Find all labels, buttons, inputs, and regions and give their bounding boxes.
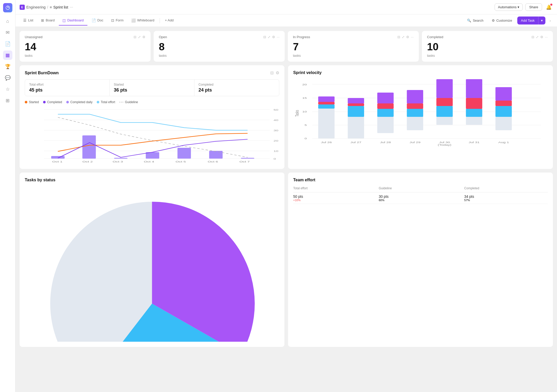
- tab-form[interactable]: ⊡ Form: [108, 16, 127, 26]
- svg-rect-51: [407, 109, 423, 117]
- svg-rect-38: [318, 109, 334, 138]
- completed-title: Completed: [427, 35, 443, 39]
- app-logo[interactable]: [3, 3, 12, 12]
- velocity-chart: Tasks 20 15 10 5 0: [293, 79, 548, 151]
- burndown-stat-started: Started 36 pts: [110, 80, 194, 96]
- svg-text:15: 15: [302, 97, 307, 99]
- list-tab-label: List: [28, 18, 33, 22]
- svg-text:Tasks: Tasks: [294, 110, 300, 117]
- filter-icon[interactable]: ⊟: [134, 35, 136, 39]
- filter-icon[interactable]: ⊟: [531, 35, 534, 39]
- sidebar-icon-inbox[interactable]: ✉: [3, 28, 12, 37]
- unassigned-label: tasks: [25, 54, 145, 58]
- sidebar-icon-grid[interactable]: ⊞: [3, 96, 12, 105]
- svg-text:Oct 7: Oct 7: [239, 160, 250, 163]
- burndown-filter-icon[interactable]: ⊟: [270, 70, 274, 75]
- gear-icon[interactable]: ⚙: [540, 35, 543, 39]
- search-button[interactable]: 🔍 Search: [464, 17, 486, 24]
- svg-rect-48: [377, 103, 394, 109]
- sidebar-icon-trophy[interactable]: 🏆: [3, 62, 12, 71]
- tab-dashboard[interactable]: ◫ Dashboard: [59, 16, 87, 26]
- navtabs-right: 🔍 Search ⚙ Customize Add Task ▾ ›: [464, 17, 553, 25]
- svg-text:Jul 28: Jul 28: [380, 141, 391, 144]
- svg-rect-57: [436, 79, 453, 98]
- board-tab-label: Board: [46, 18, 55, 22]
- more-icon[interactable]: ···: [411, 35, 414, 39]
- filter-icon[interactable]: ⊟: [263, 35, 266, 39]
- share-button[interactable]: Share: [525, 3, 542, 11]
- burndown-legend: Started Completed Completed daily Total …: [25, 100, 279, 104]
- sidebar-icon-chat[interactable]: 💬: [3, 73, 12, 83]
- sidebar: ⌂ ✉ 📄 ▦ 🏆 💬 ☆ ⊞: [0, 0, 15, 392]
- team-effort-title: Team effort: [293, 178, 548, 182]
- svg-text:10: 10: [302, 110, 307, 113]
- svg-rect-18: [209, 151, 223, 159]
- svg-rect-46: [377, 117, 394, 133]
- breadcrumb-more[interactable]: ···: [70, 5, 73, 10]
- effort-completed-value: 34 pts 57%: [464, 194, 548, 202]
- sidebar-icon-doc[interactable]: 📄: [3, 39, 12, 48]
- add-task-dropdown-arrow[interactable]: ▾: [538, 17, 545, 25]
- expand-icon[interactable]: ⤢: [402, 35, 405, 39]
- status-card-completed: Completed ⊟ ⤢ ⚙ ··· 10 tasks: [422, 31, 553, 62]
- more-icon[interactable]: ···: [277, 35, 280, 39]
- filter-icon[interactable]: ⊟: [397, 35, 400, 39]
- status-card-open: Open ⊟ ⤢ ⚙ ··· 8 tasks: [154, 31, 285, 62]
- list-tab-icon: ☰: [23, 18, 27, 22]
- more-icon[interactable]: ···: [545, 35, 548, 39]
- svg-text:10: 10: [274, 150, 278, 152]
- dashboard-tab-label: Dashboard: [67, 18, 84, 22]
- tab-board[interactable]: ⊞ Board: [37, 16, 58, 26]
- effort-col-completed: Completed: [464, 186, 548, 190]
- svg-rect-65: [495, 87, 512, 101]
- svg-text:Oct 4: Oct 4: [144, 160, 154, 163]
- svg-text:Oct 6: Oct 6: [208, 160, 218, 163]
- nav-more-chevron[interactable]: ›: [547, 17, 553, 24]
- whiteboard-tab-label: Whiteboard: [137, 18, 154, 22]
- add-task-button[interactable]: Add Task ▾: [517, 17, 545, 25]
- tab-add[interactable]: + Add: [161, 16, 177, 25]
- svg-rect-53: [407, 90, 423, 103]
- add-task-label: Add Task: [517, 17, 538, 25]
- tab-whiteboard[interactable]: ⬜ Whiteboard: [128, 16, 158, 26]
- svg-rect-43: [348, 106, 364, 117]
- gear-icon[interactable]: ⚙: [272, 35, 275, 39]
- sidebar-icon-star[interactable]: ☆: [3, 85, 12, 94]
- svg-text:0: 0: [305, 137, 307, 140]
- burndown-settings-icon[interactable]: ⚙: [276, 70, 279, 75]
- inprogress-count: 7: [293, 41, 414, 53]
- sidebar-icon-home[interactable]: ⌂: [3, 17, 12, 26]
- svg-rect-45: [348, 98, 364, 103]
- expand-icon[interactable]: ⤢: [138, 35, 141, 39]
- customize-button[interactable]: ⚙ Customize: [489, 17, 515, 24]
- team-effort-header: Total effort Guideline Completed: [293, 186, 548, 192]
- burndown-stat-completed: Completed 24 pts: [194, 80, 279, 96]
- svg-rect-19: [241, 158, 254, 159]
- expand-icon[interactable]: ⤢: [536, 35, 539, 39]
- svg-text:0: 0: [274, 158, 276, 160]
- svg-text:20: 20: [274, 140, 278, 142]
- effort-col-total: Total effort: [293, 186, 377, 190]
- svg-text:Oct 1: Oct 1: [52, 160, 62, 163]
- status-cards-row: Unassigned ⊟ ⤢ ⚙ 14 tasks Open ⊟ ⤢ ⚙: [20, 31, 553, 62]
- form-tab-icon: ⊡: [111, 18, 114, 22]
- gear-icon[interactable]: ⚙: [406, 35, 409, 39]
- expand-icon[interactable]: ⤢: [268, 35, 271, 39]
- gear-icon[interactable]: ⚙: [142, 35, 145, 39]
- automations-button[interactable]: Automations ▾: [495, 3, 523, 11]
- tab-list[interactable]: ☰ List: [20, 16, 37, 26]
- velocity-card: Sprint velocity Tasks 20 15 1: [288, 65, 553, 169]
- svg-rect-55: [436, 106, 453, 117]
- open-count: 8: [159, 41, 280, 53]
- stat-completed-label: Completed: [199, 83, 275, 86]
- notifications-button[interactable]: 🔔: [545, 3, 553, 11]
- svg-rect-64: [495, 101, 512, 106]
- guideline-dot: [119, 102, 124, 102]
- project-icon: E: [20, 5, 25, 10]
- svg-rect-59: [466, 109, 482, 117]
- sidebar-icon-dashboard[interactable]: ▦: [3, 51, 12, 60]
- completed-dot: [43, 101, 46, 103]
- svg-rect-63: [495, 106, 512, 117]
- svg-text:40: 40: [274, 119, 278, 121]
- tab-doc[interactable]: 📄 Doc: [88, 16, 107, 26]
